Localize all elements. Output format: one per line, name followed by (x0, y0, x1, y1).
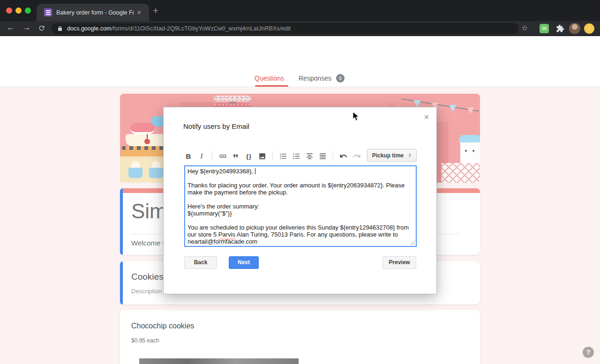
modal-title: Notify users by Email (183, 122, 249, 130)
form-description-input[interactable]: Welcome t (131, 239, 165, 247)
field-selector-dropdown[interactable]: Pickup time (367, 149, 417, 162)
editor-toolbar: B I {} 123 Pic (183, 149, 417, 163)
section-title[interactable]: Cookies (131, 272, 164, 282)
forward-icon[interactable]: → (21, 23, 33, 32)
tab-close-icon[interactable]: × (137, 9, 141, 16)
back-button[interactable]: Back (184, 256, 217, 269)
form-nav-tabs: Questions Responses 6 (0, 70, 600, 87)
browser-toolbar: ← → docs.google.com/forms/d/11OiScXtad-2… (0, 21, 600, 36)
extensions-puzzle-icon[interactable] (556, 24, 564, 35)
mail-extension-icon[interactable]: ✉ (540, 24, 549, 33)
insert-link-icon[interactable] (218, 151, 228, 161)
italic-button[interactable]: I (196, 151, 207, 161)
section-description[interactable]: Description (131, 288, 162, 295)
selected-card-indicator (120, 188, 123, 255)
svg-text:3: 3 (279, 156, 281, 159)
tab-responses[interactable]: Responses (299, 74, 331, 82)
tab-questions[interactable]: Questions (255, 74, 284, 82)
textarea-resize-handle[interactable] (410, 240, 415, 245)
active-tab-underline (255, 85, 288, 87)
bold-button[interactable]: B (183, 151, 194, 161)
insert-field-braces-icon[interactable]: {} (244, 151, 254, 161)
browser-tab[interactable]: Bakery order form - Google Fo × (37, 4, 149, 21)
text-caret (255, 168, 255, 174)
redo-icon[interactable] (352, 151, 362, 161)
help-button[interactable]: ? (583, 347, 594, 358)
blockquote-icon[interactable] (231, 151, 241, 161)
question-title[interactable]: Chocochip cookies (131, 322, 194, 330)
notify-users-modal: × Notify users by Email B I {} 123 (163, 107, 437, 294)
question-card[interactable]: Chocochip cookies $0.95 each (120, 310, 480, 364)
mouse-cursor (352, 111, 359, 123)
url-text: docs.google.com/forms/d/11OiScXtad-2Q9Lc… (67, 25, 291, 32)
question-image (139, 358, 299, 364)
address-bar[interactable]: docs.google.com/forms/d/11OiScXtad-2Q9Lc… (52, 23, 518, 34)
align-center-icon[interactable] (304, 151, 315, 161)
question-price: $0.95 each (131, 337, 159, 344)
email-body-editor[interactable]: Hey ${entry204993368}, Thanks for placin… (184, 165, 417, 247)
chrome-update-icon[interactable]: ↑ (584, 23, 594, 34)
modal-close-icon[interactable]: × (424, 113, 429, 121)
window-minimize-button[interactable] (15, 7, 22, 14)
forms-favicon-icon (44, 8, 52, 16)
lock-icon (57, 25, 63, 32)
window-zoom-button[interactable] (25, 7, 31, 14)
browser-profile-avatar[interactable] (569, 23, 580, 34)
browser-tab-strip: Bakery order form - Google Fo × + (0, 0, 600, 21)
selected-card-indicator (120, 261, 123, 305)
bulleted-list-icon[interactable] (291, 151, 301, 161)
next-button[interactable]: Next (229, 256, 259, 269)
back-icon[interactable]: ← (5, 23, 17, 32)
banner-envelope-decor (442, 163, 480, 183)
tab-title: Bakery order form - Google Fo (56, 9, 134, 16)
window-close-button[interactable] (6, 7, 12, 14)
misspelled-word: Parvis (218, 231, 235, 238)
forms-header: Bakery order form ☆ Send ⋮ V (0, 36, 600, 70)
updown-arrows-icon (407, 152, 412, 158)
insert-image-icon[interactable] (257, 151, 267, 161)
new-tab-button[interactable]: + (153, 5, 158, 16)
undo-icon[interactable] (338, 151, 349, 161)
bookmark-star-icon[interactable]: ☆ (521, 23, 528, 32)
numbered-list-icon[interactable]: 123 (278, 151, 288, 161)
align-justify-icon[interactable] (317, 151, 328, 161)
reload-icon[interactable] (36, 24, 48, 34)
preview-button[interactable]: Preview (382, 256, 416, 269)
responses-count-badge: 6 (336, 74, 345, 82)
